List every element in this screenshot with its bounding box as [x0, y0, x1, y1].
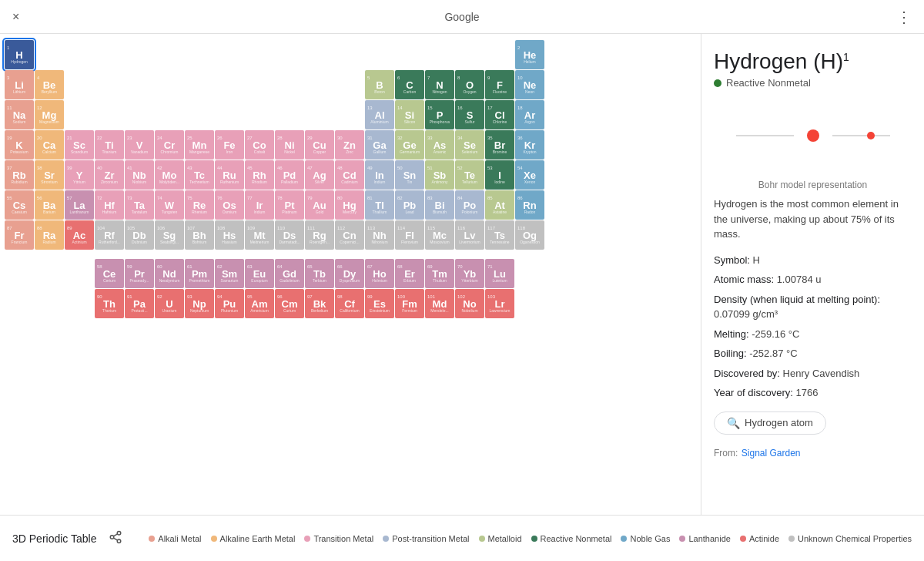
element-Ag[interactable]: 47 Ag Silver	[305, 160, 334, 190]
element-W[interactable]: 74 W Tungsten	[155, 190, 184, 220]
element-Lu[interactable]: 71 Lu Lutetium	[485, 259, 514, 288]
element-Fe[interactable]: 26 Fe Iron	[215, 130, 244, 160]
element-Li[interactable]: 3 Li Lithium	[5, 70, 34, 99]
element-Gd[interactable]: 64 Gd Gadolinium	[275, 259, 304, 288]
element-N[interactable]: 7 N Nitrogen	[425, 70, 454, 99]
element-Xe[interactable]: 54 Xe Xenon	[515, 160, 544, 190]
element-Cf[interactable]: 98 Cf Californium	[335, 289, 364, 318]
element-Au[interactable]: 79 Au Gold	[305, 190, 334, 220]
element-Kr[interactable]: 36 Kr Krypton	[515, 130, 544, 160]
element-Cm[interactable]: 96 Cm Curium	[275, 289, 304, 318]
element-Te[interactable]: 52 Te Tellurium	[455, 160, 484, 190]
element-Be[interactable]: 4 Be Beryllium	[35, 70, 64, 99]
element-Cs[interactable]: 55 Cs Caesium	[5, 190, 34, 220]
element-V[interactable]: 23 V Vanadium	[125, 130, 154, 160]
element-Ir[interactable]: 77 Ir Iridium	[245, 190, 274, 220]
element-Sc[interactable]: 21 Sc Scandium	[65, 130, 94, 160]
element-H[interactable]: 1 H Hydrogen	[5, 40, 34, 69]
element-S[interactable]: 16 S Sulfur	[455, 100, 484, 129]
element-Os[interactable]: 76 Os Osmium	[215, 190, 244, 220]
element-Mc[interactable]: 115 Mc Moscovium	[425, 220, 454, 250]
element-Rh[interactable]: 45 Rh Rhodium	[245, 160, 274, 190]
element-Og[interactable]: 118 Og Oganesson	[515, 220, 544, 250]
element-Br[interactable]: 35 Br Bromine	[485, 130, 514, 160]
element-Tl[interactable]: 81 Tl Thallium	[365, 190, 394, 220]
element-Cu[interactable]: 29 Cu Copper	[305, 130, 334, 160]
search-button[interactable]: 🔍 Hydrogen atom	[714, 412, 826, 435]
element-Lv[interactable]: 116 Lv Livermorium	[455, 220, 484, 250]
element-Rf[interactable]: 104 Rf Rutherford...	[95, 220, 124, 250]
element-Ta[interactable]: 73 Ta Tantalum	[125, 190, 154, 220]
element-Er[interactable]: 68 Er Erbium	[395, 259, 424, 288]
element-Po[interactable]: 84 Po Polonium	[455, 190, 484, 220]
source-link[interactable]: Signal Garden	[742, 448, 801, 459]
element-Tc[interactable]: 43 Tc Technetium	[185, 160, 214, 190]
element-Eu[interactable]: 63 Eu Europium	[245, 259, 274, 288]
element-He[interactable]: 2 He Helium	[515, 40, 544, 69]
element-Ne[interactable]: 10 Ne Neon	[515, 70, 544, 99]
element-Hf[interactable]: 72 Hf Hafnium	[95, 190, 124, 220]
element-I[interactable]: 53 I Iodine	[485, 160, 514, 190]
element-Pa[interactable]: 91 Pa Protacti...	[125, 289, 154, 318]
element-Al[interactable]: 13 Al Aluminium	[365, 100, 394, 129]
element-Lr[interactable]: 103 Lr Lawrencium	[485, 289, 514, 318]
element-No[interactable]: 102 No Nobelium	[455, 289, 484, 318]
element-C[interactable]: 6 C Carbon	[395, 70, 424, 99]
element-Ds[interactable]: 110 Ds Darmstadt...	[275, 220, 304, 250]
element-Y[interactable]: 39 Y Yttrium	[65, 160, 94, 190]
element-Cl[interactable]: 17 Cl Chlorine	[485, 100, 514, 129]
element-P[interactable]: 15 P Phosphorus	[425, 100, 454, 129]
element-Sm[interactable]: 62 Sm Samarium	[215, 259, 244, 288]
element-Ts[interactable]: 117 Ts Tennessine	[485, 220, 514, 250]
element-As[interactable]: 33 As Arsenic	[425, 130, 454, 160]
element-Th[interactable]: 90 Th Thorium	[95, 289, 124, 318]
element-Fm[interactable]: 100 Fm Fermium	[395, 289, 424, 318]
element-Hs[interactable]: 108 Hs Hassium	[215, 220, 244, 250]
element-Tm[interactable]: 69 Tm Thulium	[425, 259, 454, 288]
element-In[interactable]: 49 In Indium	[365, 160, 394, 190]
element-Fr[interactable]: 87 Fr Francium	[5, 220, 34, 250]
element-Ru[interactable]: 44 Ru Ruthenium	[215, 160, 244, 190]
share-button[interactable]	[109, 530, 122, 547]
close-button[interactable]: ×	[12, 10, 19, 24]
element-Pb[interactable]: 82 Pb Lead	[395, 190, 424, 220]
element-Pr[interactable]: 59 Pr Praseody...	[125, 259, 154, 288]
element-Sg[interactable]: 106 Sg Seaborgi...	[155, 220, 184, 250]
element-F[interactable]: 9 F Fluorine	[485, 70, 514, 99]
element-Rb[interactable]: 37 Rb Rubidium	[5, 160, 34, 190]
element-Ge[interactable]: 32 Ge Germanium	[395, 130, 424, 160]
element-K[interactable]: 19 K Potassium	[5, 130, 34, 160]
element-Dy[interactable]: 66 Dy Dysprosium	[335, 259, 364, 288]
element-Am[interactable]: 95 Am Americium	[245, 289, 274, 318]
element-Es[interactable]: 99 Es Einsteinium	[365, 289, 394, 318]
element-B[interactable]: 5 B Boron	[365, 70, 394, 99]
menu-button[interactable]: ⋮	[896, 8, 912, 26]
element-Pd[interactable]: 46 Pd Palladium	[275, 160, 304, 190]
element-Mn[interactable]: 25 Mn Manganese	[185, 130, 214, 160]
element-Cn[interactable]: 112 Cn Copernici...	[335, 220, 364, 250]
element-Nb[interactable]: 41 Nb Niobium	[125, 160, 154, 190]
element-Co[interactable]: 27 Co Cobalt	[245, 130, 274, 160]
element-Hg[interactable]: 80 Hg Mercury	[335, 190, 364, 220]
element-Mo[interactable]: 42 Mo Molybden...	[155, 160, 184, 190]
element-Nh[interactable]: 113 Nh Nihonium	[365, 220, 394, 250]
element-Mt[interactable]: 109 Mt Meitnerium	[245, 220, 274, 250]
element-Pu[interactable]: 94 Pu Plutonium	[215, 289, 244, 318]
element-Ga[interactable]: 31 Ga Gallium	[365, 130, 394, 160]
element-Re[interactable]: 75 Re Rhenium	[185, 190, 214, 220]
element-Cr[interactable]: 24 Cr Chromium	[155, 130, 184, 160]
element-At[interactable]: 85 At Astatine	[485, 190, 514, 220]
element-Se[interactable]: 34 Se Selenium	[455, 130, 484, 160]
element-Ra[interactable]: 88 Ra Radium	[35, 220, 64, 250]
element-Sr[interactable]: 38 Sr Strontium	[35, 160, 64, 190]
element-Ce[interactable]: 58 Ce Cerium	[95, 259, 124, 288]
element-Ba[interactable]: 56 Ba Barium	[35, 190, 64, 220]
element-Np[interactable]: 93 Np Neptunium	[185, 289, 214, 318]
element-Ni[interactable]: 28 Ni Nickel	[275, 130, 304, 160]
element-Ho[interactable]: 67 Ho Holmium	[365, 259, 394, 288]
element-Fl[interactable]: 114 Fl Flerovium	[395, 220, 424, 250]
element-Db[interactable]: 105 Db Dubnium	[125, 220, 154, 250]
element-Md[interactable]: 101 Md Mendele...	[425, 289, 454, 318]
element-Ar[interactable]: 18 Ar Argon	[515, 100, 544, 129]
element-Ca[interactable]: 20 Ca Calcium	[35, 130, 64, 160]
